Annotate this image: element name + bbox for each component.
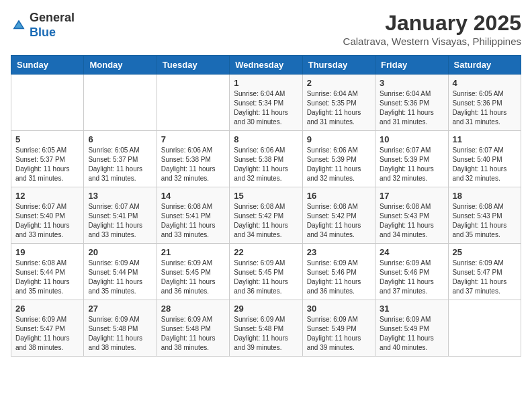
day-number: 26 <box>15 304 79 314</box>
calendar-day-header: Friday <box>375 56 448 75</box>
day-info: Sunrise: 6:08 AM Sunset: 5:41 PM Dayligh… <box>161 202 225 240</box>
calendar-cell: 6Sunrise: 6:05 AM Sunset: 5:37 PM Daylig… <box>84 131 157 187</box>
calendar-cell: 3Sunrise: 6:04 AM Sunset: 5:36 PM Daylig… <box>375 75 448 131</box>
calendar-cell: 14Sunrise: 6:08 AM Sunset: 5:41 PM Dayli… <box>157 187 229 244</box>
calendar-cell: 17Sunrise: 6:08 AM Sunset: 5:43 PM Dayli… <box>375 187 448 244</box>
calendar-header-row: SundayMondayTuesdayWednesdayThursdayFrid… <box>11 56 521 75</box>
day-info: Sunrise: 6:05 AM Sunset: 5:36 PM Dayligh… <box>453 89 517 127</box>
day-number: 30 <box>307 304 371 314</box>
calendar-cell: 13Sunrise: 6:07 AM Sunset: 5:41 PM Dayli… <box>84 187 157 244</box>
day-number: 18 <box>453 191 517 201</box>
day-info: Sunrise: 6:09 AM Sunset: 5:48 PM Dayligh… <box>234 315 298 353</box>
day-info: Sunrise: 6:09 AM Sunset: 5:49 PM Dayligh… <box>380 315 443 353</box>
day-info: Sunrise: 6:09 AM Sunset: 5:47 PM Dayligh… <box>453 259 517 296</box>
day-info: Sunrise: 6:09 AM Sunset: 5:45 PM Dayligh… <box>161 259 225 296</box>
day-info: Sunrise: 6:06 AM Sunset: 5:39 PM Dayligh… <box>307 146 371 183</box>
page-header: General Blue January 2025 Calatrava, Wes… <box>11 11 521 47</box>
day-number: 11 <box>453 134 517 144</box>
day-number: 10 <box>380 134 443 144</box>
day-number: 6 <box>88 134 152 144</box>
day-number: 1 <box>234 78 298 88</box>
day-info: Sunrise: 6:09 AM Sunset: 5:45 PM Dayligh… <box>234 259 298 296</box>
calendar-cell: 25Sunrise: 6:09 AM Sunset: 5:47 PM Dayli… <box>448 244 521 300</box>
day-info: Sunrise: 6:09 AM Sunset: 5:49 PM Dayligh… <box>307 315 371 353</box>
calendar-cell: 18Sunrise: 6:08 AM Sunset: 5:43 PM Dayli… <box>448 187 521 244</box>
logo-icon <box>11 17 27 34</box>
day-number: 22 <box>234 247 298 257</box>
day-info: Sunrise: 6:09 AM Sunset: 5:48 PM Dayligh… <box>161 315 225 353</box>
logo: General Blue <box>11 11 75 40</box>
calendar-cell: 21Sunrise: 6:09 AM Sunset: 5:45 PM Dayli… <box>157 244 229 300</box>
day-info: Sunrise: 6:09 AM Sunset: 5:46 PM Dayligh… <box>380 259 443 296</box>
calendar-cell: 10Sunrise: 6:07 AM Sunset: 5:39 PM Dayli… <box>375 131 448 187</box>
calendar-cell <box>11 75 84 131</box>
day-info: Sunrise: 6:06 AM Sunset: 5:38 PM Dayligh… <box>234 146 298 183</box>
calendar-week-row: 12Sunrise: 6:07 AM Sunset: 5:40 PM Dayli… <box>11 187 521 244</box>
calendar-cell: 19Sunrise: 6:08 AM Sunset: 5:44 PM Dayli… <box>11 244 84 300</box>
calendar-cell <box>157 75 229 131</box>
day-info: Sunrise: 6:04 AM Sunset: 5:35 PM Dayligh… <box>307 89 371 127</box>
day-info: Sunrise: 6:08 AM Sunset: 5:43 PM Dayligh… <box>453 202 517 240</box>
day-number: 2 <box>307 78 371 88</box>
day-info: Sunrise: 6:09 AM Sunset: 5:48 PM Dayligh… <box>88 315 152 353</box>
day-number: 25 <box>453 247 517 257</box>
calendar-cell: 23Sunrise: 6:09 AM Sunset: 5:46 PM Dayli… <box>302 244 375 300</box>
day-number: 13 <box>88 191 152 201</box>
logo-blue: Blue <box>30 26 56 39</box>
day-number: 5 <box>15 134 79 144</box>
calendar-cell <box>448 300 521 357</box>
calendar-cell: 9Sunrise: 6:06 AM Sunset: 5:39 PM Daylig… <box>302 131 375 187</box>
calendar-week-row: 5Sunrise: 6:05 AM Sunset: 5:37 PM Daylig… <box>11 131 521 187</box>
day-number: 23 <box>307 247 371 257</box>
day-number: 21 <box>161 247 225 257</box>
day-number: 15 <box>234 191 298 201</box>
month-title: January 2025 <box>343 11 521 36</box>
day-info: Sunrise: 6:04 AM Sunset: 5:34 PM Dayligh… <box>234 89 298 127</box>
calendar-day-header: Thursday <box>302 56 375 75</box>
calendar-cell: 11Sunrise: 6:07 AM Sunset: 5:40 PM Dayli… <box>448 131 521 187</box>
day-number: 31 <box>380 304 443 314</box>
calendar-cell: 24Sunrise: 6:09 AM Sunset: 5:46 PM Dayli… <box>375 244 448 300</box>
day-info: Sunrise: 6:07 AM Sunset: 5:39 PM Dayligh… <box>380 146 443 183</box>
calendar-cell: 28Sunrise: 6:09 AM Sunset: 5:48 PM Dayli… <box>157 300 229 357</box>
calendar-cell: 29Sunrise: 6:09 AM Sunset: 5:48 PM Dayli… <box>230 300 302 357</box>
logo-general: General <box>30 11 75 24</box>
day-info: Sunrise: 6:09 AM Sunset: 5:46 PM Dayligh… <box>307 259 371 296</box>
calendar-cell: 1Sunrise: 6:04 AM Sunset: 5:34 PM Daylig… <box>230 75 302 131</box>
day-info: Sunrise: 6:08 AM Sunset: 5:43 PM Dayligh… <box>380 202 443 240</box>
calendar-cell: 15Sunrise: 6:08 AM Sunset: 5:42 PM Dayli… <box>230 187 302 244</box>
calendar-cell: 16Sunrise: 6:08 AM Sunset: 5:42 PM Dayli… <box>302 187 375 244</box>
day-number: 16 <box>307 191 371 201</box>
day-info: Sunrise: 6:05 AM Sunset: 5:37 PM Dayligh… <box>15 146 79 183</box>
day-number: 4 <box>453 78 517 88</box>
day-info: Sunrise: 6:07 AM Sunset: 5:40 PM Dayligh… <box>453 146 517 183</box>
calendar-day-header: Saturday <box>448 56 521 75</box>
day-number: 28 <box>161 304 225 314</box>
day-number: 20 <box>88 247 152 257</box>
location-title: Calatrava, Western Visayas, Philippines <box>343 36 521 47</box>
calendar-week-row: 1Sunrise: 6:04 AM Sunset: 5:34 PM Daylig… <box>11 75 521 131</box>
day-info: Sunrise: 6:04 AM Sunset: 5:36 PM Dayligh… <box>380 89 443 127</box>
calendar-week-row: 19Sunrise: 6:08 AM Sunset: 5:44 PM Dayli… <box>11 244 521 300</box>
day-info: Sunrise: 6:05 AM Sunset: 5:37 PM Dayligh… <box>88 146 152 183</box>
day-info: Sunrise: 6:07 AM Sunset: 5:41 PM Dayligh… <box>88 202 152 240</box>
calendar-cell: 8Sunrise: 6:06 AM Sunset: 5:38 PM Daylig… <box>230 131 302 187</box>
calendar-cell: 31Sunrise: 6:09 AM Sunset: 5:49 PM Dayli… <box>375 300 448 357</box>
day-number: 8 <box>234 134 298 144</box>
calendar-day-header: Monday <box>84 56 157 75</box>
calendar-cell: 20Sunrise: 6:09 AM Sunset: 5:44 PM Dayli… <box>84 244 157 300</box>
calendar-cell: 7Sunrise: 6:06 AM Sunset: 5:38 PM Daylig… <box>157 131 229 187</box>
day-number: 3 <box>380 78 443 88</box>
calendar-day-header: Tuesday <box>157 56 229 75</box>
logo-text: General Blue <box>30 11 75 40</box>
day-number: 12 <box>15 191 79 201</box>
calendar-cell: 2Sunrise: 6:04 AM Sunset: 5:35 PM Daylig… <box>302 75 375 131</box>
day-info: Sunrise: 6:08 AM Sunset: 5:42 PM Dayligh… <box>307 202 371 240</box>
calendar-cell: 27Sunrise: 6:09 AM Sunset: 5:48 PM Dayli… <box>84 300 157 357</box>
calendar-table: SundayMondayTuesdayWednesdayThursdayFrid… <box>11 55 521 357</box>
day-info: Sunrise: 6:07 AM Sunset: 5:40 PM Dayligh… <box>15 202 79 240</box>
day-number: 29 <box>234 304 298 314</box>
day-number: 24 <box>380 247 443 257</box>
day-number: 7 <box>161 134 225 144</box>
day-number: 9 <box>307 134 371 144</box>
